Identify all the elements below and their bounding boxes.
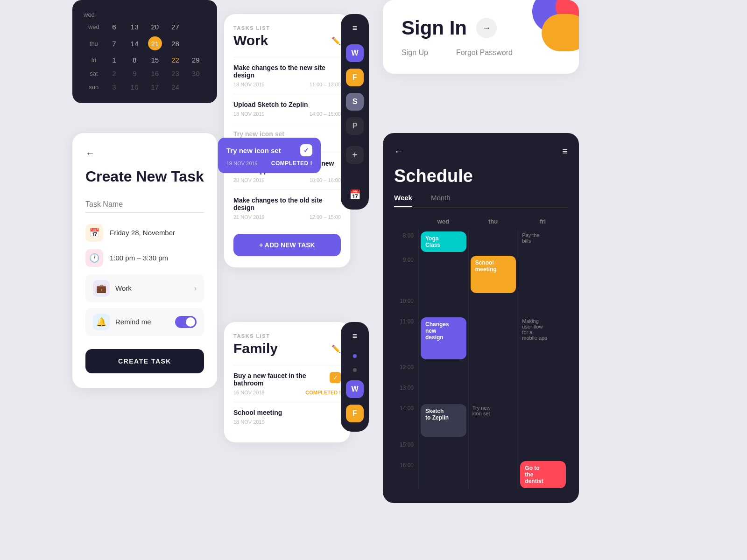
category-label: Work bbox=[115, 284, 132, 292]
cell-thu-8 bbox=[468, 230, 518, 254]
tasks-family-card: TASKS LIST Family ✏️ Buy a new faucet in… bbox=[224, 322, 350, 442]
decorative-blobs bbox=[504, 0, 579, 61]
cell-fri-10 bbox=[518, 295, 568, 315]
schedule-tabs: Week Month bbox=[394, 194, 568, 208]
cell-fri-8: Pay thebills bbox=[518, 230, 568, 254]
dentist-event[interactable]: Go tothedentist bbox=[520, 461, 566, 488]
cell-wed-16 bbox=[418, 459, 468, 490]
cell-fri-12 bbox=[518, 361, 568, 382]
task-item-1[interactable]: Make changes to the new site design 18 N… bbox=[233, 57, 341, 94]
schedule-menu-icon[interactable]: ≡ bbox=[562, 146, 568, 157]
sidebar-add-button[interactable]: + bbox=[346, 146, 364, 164]
clock-icon: 🕐 bbox=[85, 249, 103, 267]
try-icon-set-event[interactable]: Try newicon set bbox=[470, 403, 517, 418]
briefcase-icon: 💼 bbox=[93, 280, 110, 297]
cal-header-20 bbox=[145, 9, 165, 20]
sign-up-link[interactable]: Sign Up bbox=[402, 49, 428, 57]
remind-row[interactable]: 🔔 Remind me bbox=[85, 308, 204, 336]
dot-active bbox=[353, 354, 357, 358]
sidebar-avatar-s[interactable]: S bbox=[346, 93, 364, 111]
blob-yellow bbox=[542, 14, 579, 51]
sign-in-card: Sign In → Sign Up Forgot Password bbox=[383, 0, 579, 74]
cell-fri-15 bbox=[518, 439, 568, 459]
cell-thu-10 bbox=[468, 295, 518, 315]
schedule-title: Schedule bbox=[394, 166, 568, 186]
toast-date: 19 NOV 2019 bbox=[226, 161, 258, 166]
sidebar-avatar-w[interactable]: W bbox=[346, 44, 364, 62]
family-tasks-label: TASKS LIST bbox=[233, 333, 341, 339]
family-task-2[interactable]: School meeting 18 NOV 2019 bbox=[233, 402, 341, 431]
schedule-card: ← ≡ Schedule Week Month wed thu fri 8:00… bbox=[383, 133, 579, 503]
sign-in-arrow-button[interactable]: → bbox=[476, 18, 497, 38]
tab-week[interactable]: Week bbox=[394, 194, 412, 207]
task-time: 1:00 pm – 3:30 pm bbox=[110, 254, 168, 262]
cal-fri: fri bbox=[84, 53, 104, 67]
cal-header-wed: wed bbox=[84, 9, 104, 20]
family-menu-icon[interactable]: ≡ bbox=[352, 331, 358, 341]
cal-header-13 bbox=[124, 9, 145, 20]
family-avatar-f[interactable]: F bbox=[346, 405, 364, 422]
cell-wed-12 bbox=[418, 361, 468, 382]
calendar-icon-sidebar[interactable]: 📅 bbox=[349, 189, 361, 200]
calendar-card: wed wed 6 13 20 27 thu 7 14 21 28 bbox=[72, 0, 217, 103]
cell-thu-14: Try newicon set bbox=[468, 402, 518, 439]
cal-sat: sat bbox=[84, 67, 104, 80]
cell-fri-14 bbox=[518, 402, 568, 439]
school-meeting-event[interactable]: Schoolmeeting bbox=[471, 256, 516, 293]
cell-fri-16: Go tothedentist bbox=[518, 459, 568, 490]
time-row: 🕐 1:00 pm – 3:30 pm bbox=[85, 249, 204, 267]
tasks-list-label: TASKS LIST bbox=[233, 25, 341, 31]
chevron-right-icon: › bbox=[194, 284, 197, 293]
create-task-button[interactable]: CREATE TASK bbox=[85, 349, 204, 373]
cell-thu-15 bbox=[468, 439, 518, 459]
cell-wed-8: YogaClass bbox=[418, 230, 468, 254]
task-item-5[interactable]: Make changes to the old site design 21 N… bbox=[233, 189, 341, 226]
cal-sun: sun bbox=[84, 80, 104, 94]
cell-thu-13 bbox=[468, 382, 518, 402]
date-row: 📅 Friday 28, November bbox=[85, 224, 204, 242]
bell-icon: 🔔 bbox=[93, 314, 110, 330]
family-avatar-w[interactable]: W bbox=[346, 380, 364, 398]
toast-check-icon[interactable]: ✓ bbox=[300, 144, 312, 156]
pay-bills-event[interactable]: Pay thebills bbox=[519, 231, 567, 245]
task-item-2[interactable]: Upload Sketch to Zeplin 18 NOV 2019 14:0… bbox=[233, 94, 341, 123]
remind-label: Remind me bbox=[115, 318, 151, 326]
userflow-event[interactable]: Makinguser flowfor amobile app bbox=[519, 316, 567, 343]
tasks-work-title: Work ✏️ bbox=[233, 33, 341, 49]
cell-wed-10 bbox=[418, 295, 468, 315]
category-row[interactable]: 💼 Work › bbox=[85, 274, 204, 302]
cal-header-6 bbox=[104, 9, 125, 20]
add-task-button[interactable]: + ADD NEW TASK bbox=[233, 234, 341, 256]
cell-fri-9 bbox=[518, 254, 568, 295]
family-title: Family ✏️ bbox=[233, 341, 341, 357]
create-task-card: ← Create New Task 📅 Friday 28, November … bbox=[72, 133, 217, 388]
yoga-class-event[interactable]: YogaClass bbox=[421, 231, 466, 252]
family-task-1[interactable]: Buy a new faucet in the bathroom ✓ 16 NO… bbox=[233, 365, 341, 402]
cell-thu-9: Schoolmeeting bbox=[468, 254, 518, 295]
cell-wed-15 bbox=[418, 439, 468, 459]
cell-thu-16 bbox=[468, 459, 518, 490]
task-name-input[interactable] bbox=[85, 196, 204, 213]
cal-header-27 bbox=[165, 9, 186, 20]
back-button[interactable]: ← bbox=[85, 148, 204, 159]
menu-icon[interactable]: ≡ bbox=[352, 23, 358, 33]
cell-fri-13 bbox=[518, 382, 568, 402]
cal-day-label: wed bbox=[84, 20, 104, 34]
day-fri: fri bbox=[518, 215, 568, 228]
sidebar-avatar-p[interactable]: P bbox=[346, 117, 364, 135]
cell-wed-13 bbox=[418, 382, 468, 402]
changes-design-event[interactable]: Changesnewdesign bbox=[421, 317, 466, 359]
edit-icon[interactable]: ✏️ bbox=[331, 36, 341, 45]
toast-completed-label: COMPLETED ! bbox=[271, 160, 312, 167]
cal-thu: thu bbox=[84, 34, 104, 53]
dark-sidebar-bottom: ≡ W F bbox=[341, 322, 369, 432]
family-edit-icon[interactable]: ✏️ bbox=[331, 344, 341, 353]
tab-month[interactable]: Month bbox=[431, 194, 451, 207]
cell-wed-9 bbox=[418, 254, 468, 295]
sidebar-avatar-f[interactable]: F bbox=[346, 69, 364, 86]
cell-wed-11: Changesnewdesign bbox=[418, 315, 468, 361]
schedule-back-button[interactable]: ← bbox=[394, 146, 403, 157]
sketch-zeplin-event[interactable]: Sketchto Zeplin bbox=[421, 404, 466, 437]
remind-toggle[interactable] bbox=[175, 316, 197, 328]
calendar-icon: 📅 bbox=[85, 224, 103, 242]
